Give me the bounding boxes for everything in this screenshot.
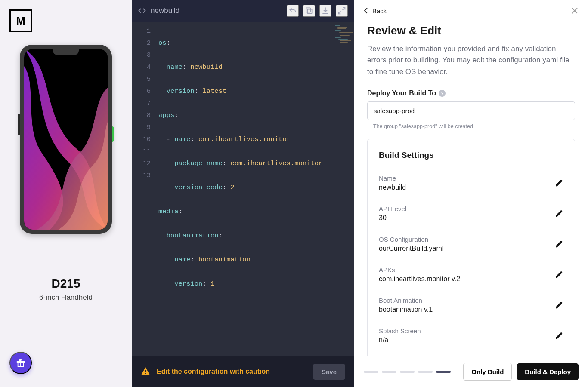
- gift-icon: [16, 358, 25, 368]
- setting-row: APKscom.iheartlives.monitor v.2: [379, 263, 563, 293]
- yaml-editor-panel: newbuild 12345678910111213 os: name: new…: [132, 0, 354, 387]
- page-title: Review & Edit: [367, 24, 575, 37]
- deploy-field-label: Deploy Your Build To ?: [367, 89, 575, 97]
- edit-setting-button[interactable]: [555, 209, 563, 218]
- wallpaper-graphic: [24, 49, 108, 230]
- review-footer: Only Build Build & Deploy: [354, 356, 588, 387]
- undo-icon: [288, 6, 297, 15]
- back-label: Back: [372, 7, 387, 15]
- build-deploy-button[interactable]: Build & Deploy: [517, 363, 579, 380]
- logo-letter: M: [16, 14, 25, 28]
- chevron-left-icon: [364, 7, 368, 14]
- setting-value: 30: [379, 214, 406, 222]
- setting-label: API Level: [379, 205, 406, 212]
- pencil-icon: [555, 332, 563, 340]
- pencil-icon: [555, 209, 563, 218]
- download-icon: [321, 6, 330, 15]
- warning-text: Edit the configuration with caution: [157, 368, 270, 375]
- build-settings-card: Build Settings NamenewbuildAPI Level30OS…: [367, 139, 575, 356]
- undo-button[interactable]: [287, 5, 299, 17]
- edit-setting-button[interactable]: [555, 301, 563, 310]
- progress-step[interactable]: [382, 371, 396, 373]
- save-button[interactable]: Save: [313, 364, 345, 380]
- pencil-icon: [555, 270, 563, 279]
- pencil-icon: [555, 240, 563, 249]
- copy-icon: [305, 6, 313, 15]
- only-build-button[interactable]: Only Build: [463, 363, 512, 381]
- close-icon: [571, 7, 579, 15]
- pencil-icon: [555, 179, 563, 187]
- editor-body[interactable]: 12345678910111213 os: name: newbuild ver…: [132, 22, 354, 356]
- setting-value: bootanimation v.1: [379, 306, 433, 313]
- page-description: Review the information you provided and …: [367, 43, 575, 77]
- minimap[interactable]: [335, 24, 352, 54]
- setting-row: OS ConfigurationourCurrentBuild.yaml: [379, 232, 563, 263]
- device-name: D215: [52, 277, 80, 291]
- setting-label: Boot Animation: [379, 297, 433, 304]
- editor-filename: newbuild: [151, 6, 179, 15]
- setting-value: n/a: [379, 336, 421, 344]
- build-settings-title: Build Settings: [379, 150, 563, 160]
- download-button[interactable]: [319, 5, 331, 17]
- review-panel: Back Review & Edit Review the informatio…: [354, 0, 588, 387]
- svg-rect-5: [306, 8, 310, 12]
- editor-footer: Edit the configuration with caution Save: [132, 356, 354, 387]
- code-icon: [138, 6, 146, 15]
- gift-fab-button[interactable]: [9, 352, 32, 374]
- setting-row: API Level30: [379, 202, 563, 232]
- setting-label: Splash Screen: [379, 327, 421, 335]
- device-mock: [20, 45, 112, 234]
- setting-label: OS Configuration: [379, 236, 443, 243]
- progress-step[interactable]: [436, 371, 451, 373]
- back-button[interactable]: Back: [364, 7, 387, 15]
- edit-setting-button[interactable]: [555, 270, 563, 279]
- pencil-icon: [555, 301, 563, 310]
- close-button[interactable]: [571, 7, 579, 15]
- setting-row: Namenewbuild: [379, 171, 563, 202]
- progress-step[interactable]: [400, 371, 415, 373]
- setting-value: newbuild: [379, 184, 406, 191]
- svg-rect-4: [308, 9, 312, 14]
- expand-icon: [337, 6, 346, 15]
- brand-logo: M: [9, 9, 32, 32]
- deploy-field-hint: The group "salesapp-prod" will be create…: [373, 123, 575, 129]
- expand-button[interactable]: [336, 5, 348, 17]
- help-icon[interactable]: ?: [439, 90, 446, 97]
- setting-value: ourCurrentBuild.yaml: [379, 245, 443, 252]
- editor-header: newbuild: [132, 0, 354, 22]
- deploy-target-input[interactable]: [367, 101, 575, 120]
- progress-step[interactable]: [364, 371, 378, 373]
- warning-icon: [140, 366, 151, 377]
- device-preview-panel: M: [0, 0, 132, 387]
- progress-steps: [364, 371, 451, 373]
- edit-setting-button[interactable]: [555, 332, 563, 340]
- setting-value: com.iheartlives.monitor v.2: [379, 275, 460, 283]
- svg-line-8: [339, 12, 341, 14]
- setting-label: APKs: [379, 266, 460, 273]
- edit-setting-button[interactable]: [555, 179, 563, 187]
- code-area[interactable]: os: name: newbuild version: latest apps:…: [157, 22, 354, 356]
- device-subtitle: 6-inch Handheld: [39, 293, 93, 302]
- setting-row: Boot Animationbootanimation v.1: [379, 293, 563, 324]
- svg-line-7: [343, 8, 345, 10]
- progress-step[interactable]: [418, 371, 433, 373]
- setting-row: Splash Screenn/a: [379, 324, 563, 354]
- svg-rect-9: [145, 370, 146, 372]
- setting-label: Name: [379, 175, 406, 182]
- svg-rect-10: [145, 373, 146, 374]
- line-gutter: 12345678910111213: [132, 22, 157, 356]
- copy-button[interactable]: [303, 5, 315, 17]
- edit-setting-button[interactable]: [555, 240, 563, 249]
